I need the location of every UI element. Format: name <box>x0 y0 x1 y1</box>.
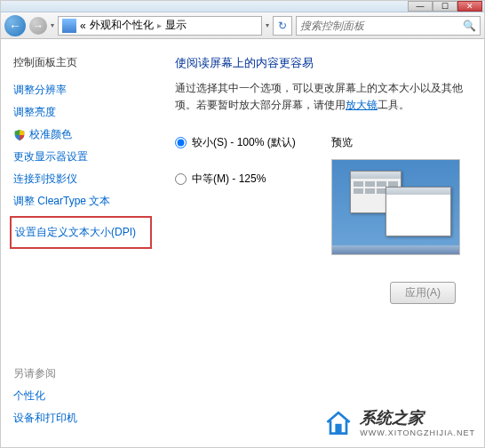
search-input[interactable] <box>300 20 463 32</box>
sidebar-calibrate-color[interactable]: 校准颜色 <box>13 124 159 146</box>
sidebar-adjust-resolution[interactable]: 调整分辨率 <box>13 79 159 101</box>
preview-window-front <box>386 187 451 236</box>
radio-small[interactable]: 较小(S) - 100% (默认) <box>175 135 296 150</box>
breadcrumb-prefix: « <box>80 20 86 32</box>
preview-image <box>331 159 460 255</box>
radio-small-label: 较小(S) - 100% (默认) <box>192 135 296 150</box>
radio-medium[interactable]: 中等(M) - 125% <box>175 172 296 187</box>
search-icon[interactable]: 🔍 <box>463 20 476 32</box>
see-also-heading: 另请参阅 <box>13 363 159 385</box>
search-box[interactable]: 🔍 <box>296 16 481 36</box>
radio-medium-input[interactable] <box>175 173 187 185</box>
close-button[interactable]: ✕ <box>457 1 482 12</box>
sidebar-set-custom-dpi[interactable]: 设置自定义文本大小(DPI) <box>15 223 147 242</box>
refresh-button[interactable]: ↻ <box>273 16 292 36</box>
maximize-button[interactable]: ☐ <box>433 1 457 12</box>
svg-rect-0 <box>336 424 342 434</box>
sidebar-devices-printers[interactable]: 设备和打印机 <box>13 407 159 429</box>
shield-icon <box>13 129 26 141</box>
back-button[interactable]: ← <box>4 15 26 36</box>
page-description: 通过选择其中一个选项，可以更改屏幕上的文本大小以及其他项。若要暂时放大部分屏幕，… <box>175 80 466 114</box>
breadcrumb-separator-icon: ▸ <box>157 20 162 30</box>
navigation-bar: ← → ▾ « 外观和个性化 ▸ 显示 ▾ ↻ 🔍 <box>1 12 484 39</box>
history-dropdown-icon[interactable]: ▾ <box>51 21 54 29</box>
main-area: 控制面板主页 调整分辨率 调整亮度 校准颜色 更改显示器设置 连接到投影仪 调整… <box>1 39 484 447</box>
highlight-annotation: 设置自定义文本大小(DPI) <box>10 216 152 249</box>
preview-taskbar <box>332 245 459 254</box>
watermark-brand: 系统之家 <box>360 407 475 428</box>
sidebar-adjust-cleartype[interactable]: 调整 ClearType 文本 <box>13 190 159 212</box>
sidebar: 控制面板主页 调整分辨率 调整亮度 校准颜色 更改显示器设置 连接到投影仪 调整… <box>1 39 159 447</box>
apply-button[interactable]: 应用(A) <box>390 282 456 304</box>
control-panel-home-link[interactable]: 控制面板主页 <box>13 52 159 79</box>
preview-label: 预览 <box>331 135 460 150</box>
sidebar-adjust-brightness[interactable]: 调整亮度 <box>13 101 159 124</box>
page-title: 使阅读屏幕上的内容更容易 <box>175 55 466 71</box>
forward-button[interactable]: → <box>29 17 47 35</box>
watermark: 系统之家 WWW.XITONGZHIJIA.NET <box>322 406 475 438</box>
window-titlebar: — ☐ ✕ <box>1 1 484 12</box>
content-pane: 使阅读屏幕上的内容更容易 通过选择其中一个选项，可以更改屏幕上的文本大小以及其他… <box>159 39 484 447</box>
sidebar-connect-projector[interactable]: 连接到投影仪 <box>13 168 159 190</box>
sidebar-personalization[interactable]: 个性化 <box>13 385 159 407</box>
breadcrumb-parent[interactable]: 外观和个性化 <box>90 18 154 33</box>
radio-medium-label: 中等(M) - 125% <box>192 172 266 187</box>
size-options: 较小(S) - 100% (默认) 中等(M) - 125% 预览 <box>175 135 466 255</box>
control-panel-icon <box>62 19 76 33</box>
watermark-house-icon <box>322 406 354 438</box>
breadcrumb-current[interactable]: 显示 <box>165 18 187 33</box>
sidebar-calibrate-color-label: 校准颜色 <box>29 127 72 142</box>
radio-small-input[interactable] <box>175 137 187 148</box>
magnifier-link[interactable]: 放大镜 <box>346 99 378 111</box>
breadcrumb-dropdown-icon[interactable]: ▾ <box>266 21 269 29</box>
watermark-url: WWW.XITONGZHIJIA.NET <box>360 428 475 437</box>
breadcrumb[interactable]: « 外观和个性化 ▸ 显示 <box>58 16 262 36</box>
minimize-button[interactable]: — <box>408 1 433 12</box>
window-controls: — ☐ ✕ <box>408 1 482 12</box>
sidebar-change-display[interactable]: 更改显示器设置 <box>13 146 159 168</box>
